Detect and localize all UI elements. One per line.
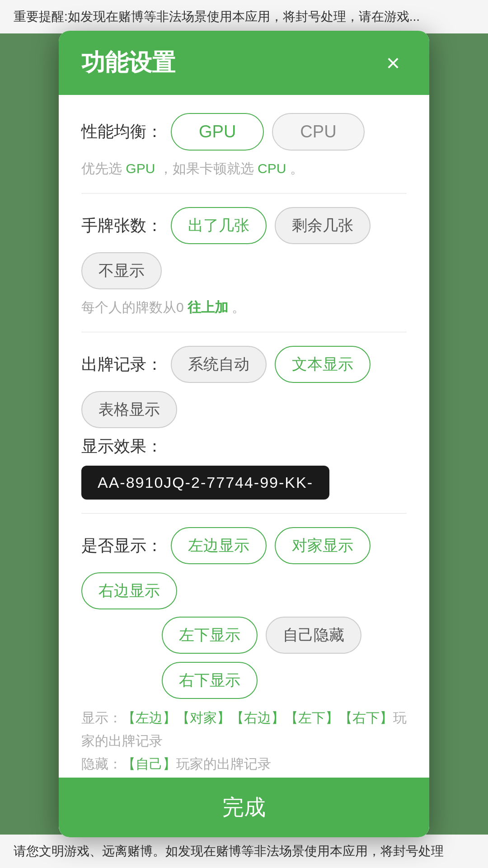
right-show-btn[interactable]: 右边显示 (81, 572, 177, 609)
hand-cards-label: 手牌张数： (81, 215, 163, 237)
performance-hint: 优先选 GPU ，如果卡顿就选 CPU 。 (81, 158, 407, 179)
cards-played-btn[interactable]: 出了几张 (171, 207, 267, 244)
performance-row: 性能均衡： GPU CPU (81, 113, 407, 151)
close-button[interactable]: × (380, 49, 407, 76)
performance-label: 性能均衡： (81, 121, 163, 143)
show-hide-row1: 是否显示： 左边显示 对家显示 右边显示 (81, 527, 407, 609)
text-display-btn[interactable]: 文本显示 (275, 346, 371, 383)
show-hint-line: 显示：【左边】【对家】【右边】【左下】【右下】玩家的出牌记录 (81, 706, 407, 752)
cards-hide-btn[interactable]: 不显示 (81, 252, 162, 289)
cpu-button[interactable]: CPU (272, 113, 364, 151)
hide-hint-line: 隐藏：【自己】玩家的出牌记录 (81, 752, 407, 773)
hand-cards-row: 手牌张数： 出了几张 剩余几张 不显示 (81, 207, 407, 289)
hand-cards-section: 手牌张数： 出了几张 剩余几张 不显示 每个人的牌数从0 往上加 。 (81, 207, 407, 318)
modal-header: 功能设置 × (59, 31, 429, 95)
display-effect-label: 显示效果： (81, 435, 163, 458)
auto-btn[interactable]: 系统自动 (171, 346, 267, 383)
modal-dialog: 功能设置 × 性能均衡： GPU CPU 优先选 GPU ，如果卡顿就选 CPU… (59, 31, 429, 837)
card-record-section: 出牌记录： 系统自动 文本显示 表格显示 显示效果： AA-8910JQ-2-7… (81, 346, 407, 500)
lower-right-show-btn[interactable]: 右下显示 (162, 662, 258, 699)
display-effect-row: 显示效果： AA-8910JQ-2-77744-99-KK- (81, 435, 407, 500)
modal-title: 功能设置 (81, 47, 175, 79)
opposite-show-btn[interactable]: 对家显示 (275, 527, 371, 564)
performance-section: 性能均衡： GPU CPU 优先选 GPU ，如果卡顿就选 CPU 。 (81, 113, 407, 179)
cards-remain-btn[interactable]: 剩余几张 (275, 207, 371, 244)
divider-3 (81, 513, 407, 514)
modal-body: 性能均衡： GPU CPU 优先选 GPU ，如果卡顿就选 CPU 。 手牌张数… (59, 95, 429, 773)
modal-backdrop: 功能设置 × 性能均衡： GPU CPU 优先选 GPU ，如果卡顿就选 CPU… (0, 0, 488, 868)
gpu-button[interactable]: GPU (171, 113, 264, 151)
complete-button[interactable]: 完成 (59, 778, 429, 837)
card-record-row: 出牌记录： 系统自动 文本显示 表格显示 (81, 346, 407, 428)
left-show-btn[interactable]: 左边显示 (171, 527, 267, 564)
self-hide-btn[interactable]: 自己隐藏 (266, 617, 361, 654)
display-effect-value: AA-8910JQ-2-77744-99-KK- (81, 466, 329, 500)
table-display-btn[interactable]: 表格显示 (81, 391, 177, 428)
show-hide-hint: 显示：【左边】【对家】【右边】【左下】【右下】玩家的出牌记录 隐藏：【自己】玩家… (81, 706, 407, 773)
card-record-label: 出牌记录： (81, 354, 163, 376)
divider-2 (81, 332, 407, 332)
show-hide-row2: 左下显示 自己隐藏 右下显示 (81, 617, 407, 699)
show-hide-section: 是否显示： 左边显示 对家显示 右边显示 左下显示 自己隐藏 右下显示 显示：【… (81, 527, 407, 773)
lower-left-show-btn[interactable]: 左下显示 (162, 617, 258, 654)
hand-cards-hint: 每个人的牌数从0 往上加 。 (81, 297, 407, 318)
show-hide-label: 是否显示： (81, 535, 163, 557)
divider-1 (81, 193, 407, 193)
